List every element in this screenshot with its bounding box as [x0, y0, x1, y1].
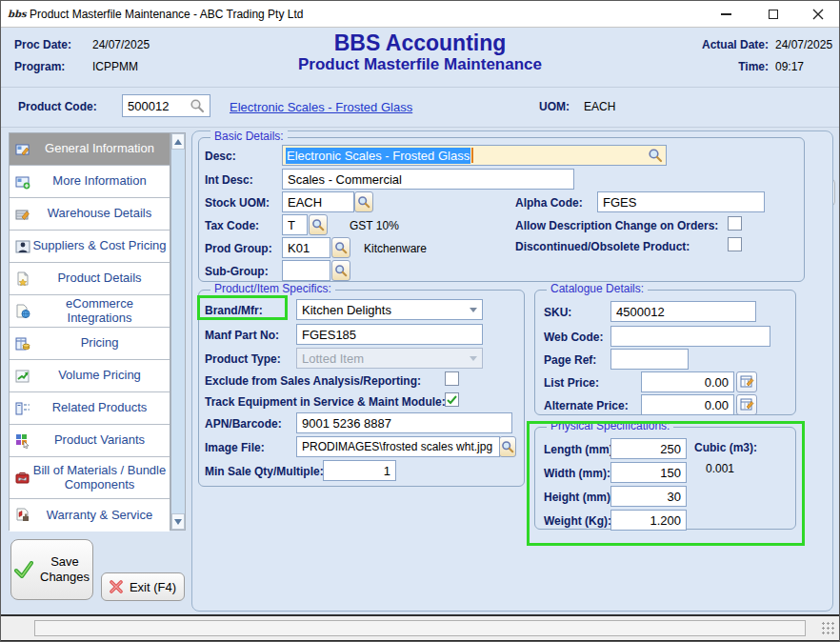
- magnifier-icon: [334, 264, 348, 277]
- list-price-label: List Price:: [544, 376, 599, 390]
- window-title: Product Masterfile Maintenance - ABC Tra…: [30, 8, 303, 21]
- alpha-code-label: Alpha Code:: [515, 196, 583, 210]
- discontinued-checkbox[interactable]: [728, 237, 742, 251]
- page-ref-input[interactable]: [610, 349, 689, 370]
- sidebar-item-product-variants[interactable]: Product Variants: [10, 425, 170, 457]
- check-icon: [447, 395, 457, 405]
- sidebar-scrollbar[interactable]: [170, 132, 186, 531]
- sidebar-item-volume-pricing[interactable]: Volume Pricing: [10, 360, 170, 392]
- web-code-label: Web Code:: [544, 331, 603, 344]
- min-sale-qty-input[interactable]: [323, 460, 396, 481]
- scroll-down-button[interactable]: [171, 513, 185, 530]
- list-price-edit-button[interactable]: [736, 371, 757, 392]
- prod-group-input[interactable]: [282, 237, 330, 258]
- track-equipment-checkbox[interactable]: [445, 392, 459, 407]
- image-file-input[interactable]: [296, 436, 500, 457]
- manf-part-input[interactable]: [296, 324, 483, 345]
- related-list-icon: [12, 401, 32, 416]
- sidebar-item-more-information[interactable]: More Information: [10, 166, 170, 198]
- green-check-icon: [14, 561, 33, 578]
- desc-input[interactable]: Electronic Scales - Frosted Glass: [282, 145, 667, 166]
- tax-code-label: Tax Code:: [205, 219, 259, 232]
- supplier-person-icon: [12, 239, 32, 254]
- status-message-area: [34, 620, 806, 636]
- resize-grip[interactable]: [822, 622, 835, 635]
- warranty-stamp-icon: [12, 508, 32, 523]
- product-type-label: Product Type:: [205, 352, 281, 366]
- allow-desc-change-checkbox[interactable]: [728, 216, 742, 231]
- stock-uom-label: Stock UOM:: [205, 196, 270, 210]
- sku-input[interactable]: [610, 301, 756, 322]
- track-equipment-label: Track Equipment in Service & Maint Modul…: [205, 395, 446, 409]
- desc-selected-text: Electronic Scales - Frosted Glass: [286, 148, 470, 164]
- web-code-input[interactable]: [610, 326, 770, 347]
- status-bar: [1, 616, 839, 640]
- sidebar-item-related-products[interactable]: Related Products: [10, 392, 170, 425]
- minimize-button[interactable]: [707, 1, 745, 28]
- scroll-up-icon: [174, 139, 182, 145]
- product-code-label: Product Code:: [18, 100, 97, 113]
- sub-group-lookup-button[interactable]: [331, 260, 350, 281]
- save-changes-label: Save Changes: [40, 554, 90, 586]
- sidebar-item-warranty-service[interactable]: Warranty & Service: [10, 499, 170, 532]
- general-info-card-icon: [12, 142, 32, 157]
- sidebar-item-pricing[interactable]: Pricing: [10, 328, 170, 360]
- scroll-down-icon: [174, 519, 182, 525]
- product-code-search-icon[interactable]: [190, 98, 205, 113]
- prod-group-lookup-button[interactable]: [331, 237, 350, 258]
- title-bar: bbs Product Masterfile Maintenance - ABC…: [1, 1, 839, 28]
- exclude-sales-checkbox[interactable]: [445, 371, 459, 386]
- tax-code-input[interactable]: [282, 214, 308, 235]
- min-sale-qty-label: Min Sale Qty/Multiple:: [205, 465, 324, 478]
- desc-label: Desc:: [205, 150, 236, 163]
- table-edit-icon: [740, 375, 754, 389]
- stock-uom-input[interactable]: [282, 191, 354, 212]
- int-desc-input[interactable]: [282, 169, 574, 190]
- alternate-price-edit-button[interactable]: [736, 394, 757, 415]
- discontinued-label: Discontinued/Obsolete Product:: [515, 240, 690, 253]
- apn-barcode-input[interactable]: [296, 412, 512, 433]
- table-edit-icon: [740, 398, 754, 411]
- stock-uom-lookup-button[interactable]: [354, 191, 373, 212]
- magnifier-icon: [501, 440, 514, 453]
- sidebar-item-warehouse-details[interactable]: Warehouse Details: [10, 198, 170, 231]
- sidebar-item-ecommerce-integrations[interactable]: eCommerce Integrations: [10, 295, 170, 328]
- brand-mfr-select[interactable]: Kitchen Delights: [296, 299, 483, 320]
- sub-group-label: Sub-Group:: [205, 265, 269, 278]
- product-bar: Product Code: Electronic Scales - Froste…: [1, 88, 839, 128]
- sidebar-item-product-details[interactable]: Product Details: [10, 263, 170, 295]
- sidebar-item-label: Bill of Materials / Bundle Components: [32, 464, 167, 492]
- alternate-price-label: Alternate Price:: [544, 399, 629, 412]
- tax-code-lookup-button[interactable]: [309, 214, 328, 235]
- basic-details-title: Basic Details:: [210, 130, 288, 143]
- uom-label: UOM:: [539, 100, 570, 113]
- exclude-sales-label: Exclude from Sales Analysis/Reporting:: [205, 374, 421, 388]
- allow-desc-change-label: Allow Description Change on Orders:: [515, 219, 718, 232]
- chevron-down-icon: [470, 356, 477, 361]
- scroll-up-button[interactable]: [171, 133, 185, 150]
- card-plus-icon: [12, 174, 32, 190]
- close-icon: [812, 9, 824, 20]
- image-file-lookup-button[interactable]: [499, 436, 516, 457]
- maximize-button[interactable]: [754, 1, 792, 28]
- actual-date-label: Actual Date:: [668, 38, 769, 51]
- sidebar-item-label: Warehouse Details: [32, 207, 167, 221]
- product-type-select: Lotted Item: [296, 348, 483, 369]
- product-description-link[interactable]: Electronic Scales - Frosted Glass: [230, 100, 412, 114]
- alpha-code-input[interactable]: [597, 191, 765, 212]
- time-value: 09:17: [775, 60, 804, 73]
- close-button[interactable]: [797, 1, 839, 28]
- highlight-box-physical-specs: [527, 421, 805, 546]
- list-price-input[interactable]: [641, 371, 734, 392]
- brand-mfr-value: Kitchen Delights: [302, 303, 391, 317]
- alternate-price-input[interactable]: [641, 394, 734, 415]
- save-changes-button[interactable]: Save Changes: [10, 539, 93, 600]
- sub-group-input[interactable]: [282, 260, 330, 281]
- text-caret: [471, 148, 473, 163]
- sidebar-item-general-information[interactable]: General Information: [10, 133, 170, 166]
- sidebar-item-bill-of-materials[interactable]: Bill of Materials / Bundle Components: [10, 457, 170, 499]
- sidebar-item-suppliers-cost-pricing[interactable]: Suppliers & Cost Pricing: [10, 231, 170, 263]
- sidebar-item-label: Pricing: [32, 336, 167, 351]
- exit-button[interactable]: Exit (F4): [101, 572, 185, 601]
- desc-search-icon[interactable]: [648, 148, 663, 163]
